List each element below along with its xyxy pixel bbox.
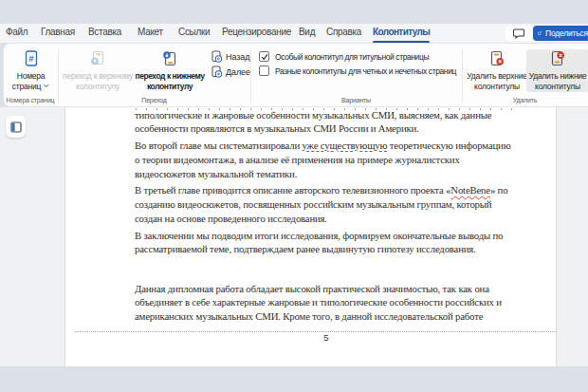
tab-home[interactable]: Главная (41, 27, 75, 37)
doc-line[interactable]: созданию видеосюжетов, посвященных росси… (135, 197, 491, 211)
tab-file[interactable]: Файл (6, 27, 28, 37)
share-button[interactable]: Поделиться (533, 26, 588, 41)
share-button-label: Поделиться (545, 28, 588, 38)
group-label-options: Варианты (341, 97, 371, 103)
back-button[interactable]: Назад (211, 50, 249, 63)
tab-references[interactable]: Ссылки (178, 27, 210, 37)
doc-line[interactable]: американских музыкальных СМИ. Кроме того… (135, 309, 483, 323)
doc-line[interactable]: особенности проявляются в музыкальных СМ… (135, 121, 419, 135)
page-number-icon: # (25, 50, 38, 66)
tab-view[interactable]: Вид (299, 27, 315, 37)
doc-line[interactable]: Во второй главе мы систематизировали уже… (135, 139, 511, 152)
sidebar-panel-icon (10, 121, 22, 133)
checkbox-odd-even[interactable] (259, 65, 269, 76)
doc-line[interactable]: В заключении мы подводим итоги исследова… (135, 229, 503, 242)
tab-layout[interactable]: Макет (138, 27, 163, 37)
group-label-navigation: Переход (141, 97, 166, 103)
doc-line[interactable]: объединяет в себе характерные жанровые и… (135, 295, 502, 308)
bottom-bar (0, 366, 588, 392)
checkbox-row-odd-even[interactable]: Разные колонтитулы для четных и нечетных… (259, 65, 456, 76)
next-icon (211, 65, 222, 78)
tab-review[interactable]: Рецензирование (222, 27, 291, 37)
doc-line[interactable]: В третьей главе приводится описание авто… (135, 183, 507, 196)
group-separator (462, 49, 463, 103)
checkbox-row-first-page[interactable]: Особый колонтитул для титульной страницы (259, 51, 429, 62)
tab-help[interactable]: Справка (326, 27, 361, 37)
delete-footer-icon (550, 50, 565, 66)
share-arrow-icon (538, 28, 542, 38)
delete-header-icon (489, 50, 505, 66)
group-separator (250, 49, 251, 103)
checkbox-odd-even-label: Разные колонтитулы для четных и нечетных… (275, 66, 456, 76)
title-bar (0, 0, 588, 24)
goto-footer-icon (162, 50, 177, 66)
checkmark-icon (261, 53, 268, 61)
goto-header-button[interactable]: переход к верхнему колонтитулу (59, 44, 137, 104)
comments-button[interactable] (505, 26, 532, 41)
doc-line[interactable]: видеосюжетов музыкальной тематики. (135, 167, 297, 180)
goto-header-icon (90, 50, 105, 66)
doc-line[interactable]: типологические и жанровые особенности му… (135, 108, 491, 121)
chevron-down-icon (43, 84, 49, 88)
tab-header-footer[interactable]: Колонтитулы (373, 27, 430, 37)
delete-footer-button[interactable]: Удалить нижние колонтитулы (526, 44, 588, 104)
checkbox-first-page-label: Особый колонтитул для титульной страницы (275, 52, 429, 62)
comment-bubble-icon (513, 28, 524, 39)
doc-line[interactable]: Данная дипломная работа обладает высокой… (135, 282, 489, 295)
doc-line[interactable]: о теории видеомонтажа, в анализе её прим… (135, 153, 460, 166)
group-label-page-numbers: Номера страниц (7, 97, 55, 103)
group-label-delete: Удалить (513, 97, 537, 103)
spellcheck-underline: NoteBene (450, 184, 490, 196)
svg-text:#: # (28, 53, 34, 64)
tab-insert[interactable]: Вставка (88, 27, 121, 37)
goto-footer-button[interactable]: переход к нижнему колонтитулу (134, 44, 206, 104)
ribbon-tab-bar: Файл Главная Вставка Макет Ссылки Реценз… (0, 24, 588, 43)
doc-line[interactable]: создан на основе проведенного исследован… (135, 212, 327, 225)
document-area: типологические и жанровые особенности му… (0, 107, 588, 366)
delete-header-button[interactable]: Удалить верхние колонтитулы (467, 44, 527, 104)
doc-line[interactable]: рассматриваемой теме, подтверждаем ранее… (135, 242, 476, 255)
ribbon: # Номера страниц Номера страниц переход … (3, 43, 588, 107)
document-page[interactable]: типологические и жанровые особенности му… (64, 107, 557, 366)
back-icon (211, 50, 222, 63)
sidebar-toggle-button[interactable] (6, 116, 26, 138)
page-number-button[interactable]: # Номера страниц (5, 44, 57, 104)
footer-page-number[interactable]: 5 (75, 332, 578, 343)
app-window: Файл Главная Вставка Макет Ссылки Реценз… (0, 0, 588, 392)
checkbox-first-page[interactable] (259, 51, 269, 62)
grammar-underline: уже существующую (303, 140, 388, 151)
next-button[interactable]: Далее (211, 65, 250, 78)
